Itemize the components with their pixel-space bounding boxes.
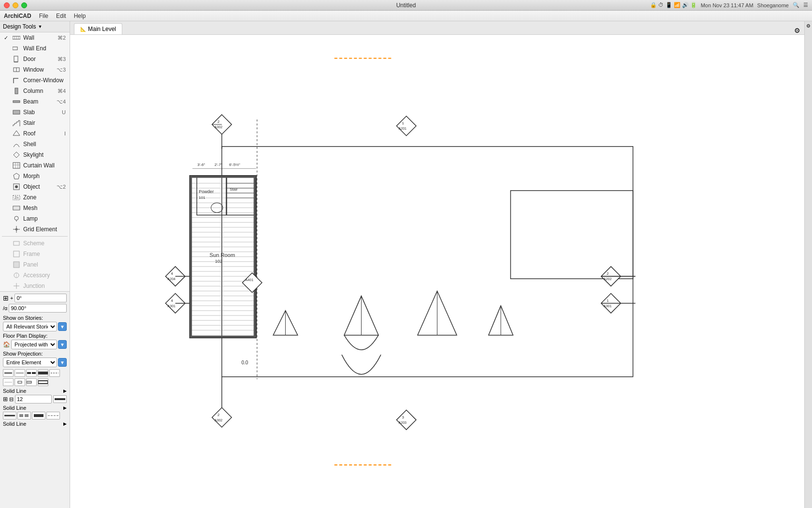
main-level-tab[interactable]: 📐 Main Level [74,23,122,34]
roof-shortcut: I [64,131,66,136]
menu-item-frame: Frame [0,249,70,259]
view-settings-icon[interactable]: ⚙ [794,27,800,34]
line-btn-8[interactable] [26,378,37,386]
svg-rect-11 [13,110,20,114]
window-icon [13,66,20,74]
solid-line-arrow1[interactable]: ▶ [63,388,67,393]
menu-item-stair[interactable]: Stair [0,118,70,128]
menu-item-wall-end[interactable]: Wall End [0,43,70,54]
column-icon [13,87,20,95]
svg-text:A301: A301 [604,304,612,308]
svg-text:Powder: Powder [199,189,214,194]
projection-btn[interactable]: ▼ [58,358,67,367]
line-btn-5[interactable] [49,369,60,377]
line-btn-2[interactable] [14,369,25,377]
roof-label: Roof [23,130,61,137]
stories-dropdown[interactable]: All Relevant Stories ▼ [3,322,67,331]
column-label: Column [23,88,55,94]
alpha-row: /α [3,304,67,313]
svg-text:2: 2 [218,413,220,417]
slab-icon [13,108,20,116]
right-panel: ⚙ [804,21,812,508]
menu-item-zone[interactable]: Zn Zone [0,192,70,203]
wall-label: Wall [23,34,55,41]
floor-plan-btn[interactable]: ▼ [58,340,67,349]
tab-bar: 📐 Main Level ⚙ [70,21,804,35]
svg-text:101: 101 [199,195,205,200]
menu-item-shell[interactable]: Shell [0,139,70,149]
line-btn-4[interactable] [38,369,48,377]
right-tool-1[interactable]: ⚙ [806,23,811,29]
menu-item-door[interactable]: Door ⌘3 [0,54,70,64]
corner-window-icon [13,76,20,84]
corner-window-label: Corner-Window [23,77,66,84]
svg-text:A201: A201 [398,127,406,131]
menu-item-column[interactable]: Column ⌘4 [0,86,70,96]
panel-label: Panel [23,261,66,268]
window-shortcut: ⌥3 [57,67,66,73]
menu-item-curtain-wall[interactable]: Curtain Wall [0,160,70,171]
close-button[interactable] [4,2,10,8]
solid-line-arrow2[interactable]: ▶ [63,405,67,410]
menu-icon[interactable]: ☰ [803,2,808,8]
stories-select[interactable]: All Relevant Stories [3,322,57,331]
thickness-input[interactable] [15,395,52,403]
svg-text:Zn: Zn [14,196,18,199]
floor-plan-select[interactable]: Projected with... [11,340,57,349]
thickness-row: ⊞ ⊟ [3,395,67,403]
projection-dropdown[interactable]: Entire Element ▼ [3,358,67,367]
curtain-wall-label: Curtain Wall [23,162,66,169]
maximize-button[interactable] [21,2,27,8]
menu-edit[interactable]: Edit [56,13,66,19]
floor-plan-label: Floor Plan Display: [3,333,67,339]
solid-line-label2: Solid Line [3,405,63,411]
alpha-input[interactable] [9,304,67,313]
pattern-btn-2[interactable] [17,412,31,419]
svg-text:A302: A302 [215,125,223,129]
menu-item-lamp[interactable]: Lamp [0,213,70,224]
design-tools-button[interactable]: Design Tools ▼ [0,21,70,32]
line-btn-9[interactable] [38,378,48,386]
line-btn-1[interactable] [3,369,14,377]
menu-file[interactable]: File [39,13,48,19]
menu-item-window[interactable]: Window ⌥3 [0,64,70,75]
projection-select[interactable]: Entire Element [3,358,57,367]
search-icon[interactable]: 🔍 [793,2,799,8]
stories-btn[interactable]: ▼ [58,322,67,331]
drawing-canvas[interactable]: Powder 101 Stair Sun Room 102 [70,35,804,508]
menu-item-object[interactable]: Object ⌥2 [0,181,70,192]
menu-item-corner-window[interactable]: Corner-Window [0,75,70,86]
pattern-btn-1[interactable] [3,412,16,419]
wall-end-icon [13,45,20,52]
menu-item-morph[interactable]: Morph [0,171,70,181]
menu-item-beam[interactable]: Beam ⌥4 [0,96,70,107]
svg-marker-138 [242,273,262,293]
menu-item-mesh[interactable]: Mesh [0,203,70,213]
svg-rect-52 [55,398,65,400]
menu-item-grid-element[interactable]: Grid Element [0,224,70,235]
stair-label: Stair [23,120,66,126]
line-btn-6[interactable] [3,378,14,386]
svg-text:3'-6": 3'-6" [197,163,205,167]
thickness-line-btn[interactable] [53,395,67,403]
svg-rect-55 [25,414,29,417]
app-name: ArchiCAD [4,13,31,19]
morph-icon [13,172,20,180]
pattern-btn-4[interactable] [46,412,60,419]
panel-icon [13,261,20,269]
line-btn-7[interactable] [14,378,25,386]
solid-line-arrow3[interactable]: ▶ [63,421,67,426]
pattern-btn-3[interactable] [32,412,45,419]
angle-input[interactable] [14,294,67,302]
object-shortcut: ⌥2 [57,184,66,190]
minimize-button[interactable] [13,2,18,8]
menu-help[interactable]: Help [74,13,86,19]
svg-rect-4 [13,47,17,50]
menu-item-skylight[interactable]: Skylight [0,149,70,160]
menu-item-wall[interactable]: ✓ Wall ⌘2 [0,32,70,43]
solid-line-label1: Solid Line [3,388,63,394]
line-btn-3[interactable] [26,369,37,377]
menu-item-slab[interactable]: Slab U [0,107,70,118]
pattern-btns-row [3,412,67,419]
menu-item-roof[interactable]: Roof I [0,128,70,139]
